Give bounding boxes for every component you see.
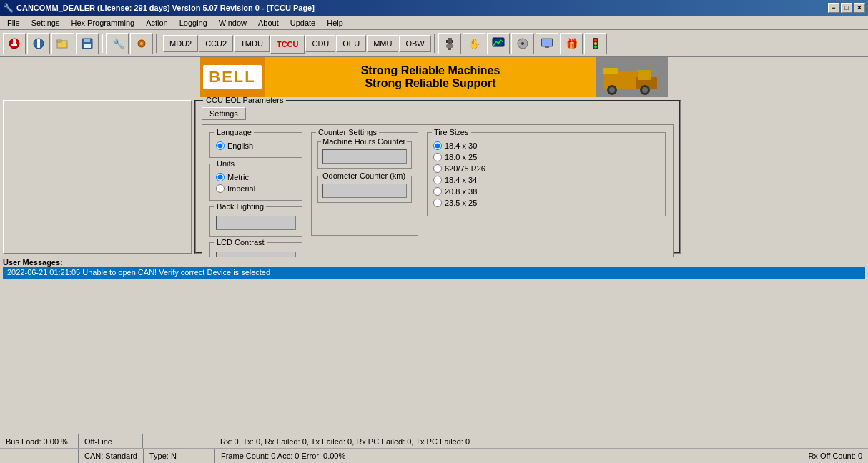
empty-cell-1 — [143, 434, 214, 448]
tire-18-4x34-radio[interactable] — [433, 176, 442, 184]
right-spacer — [684, 100, 865, 254]
tab-oeu[interactable]: OEU — [336, 35, 366, 52]
units-imperial-radio[interactable] — [216, 184, 225, 193]
units-metric-option: Metric — [216, 173, 296, 181]
tab-tccu[interactable]: TCCU — [270, 35, 305, 54]
minimize-button[interactable]: − — [828, 3, 839, 13]
tab-tmdu[interactable]: TMDU — [234, 35, 270, 52]
language-group-label: Language — [214, 128, 254, 136]
tab-cdu[interactable]: CDU — [305, 35, 335, 52]
tire-18-4x30-radio[interactable] — [433, 141, 442, 150]
svg-rect-15 — [448, 48, 451, 50]
svg-text:🎁: 🎁 — [566, 38, 578, 50]
wrench-button[interactable]: 🔧 — [106, 33, 129, 54]
svg-rect-38 — [603, 68, 618, 74]
units-imperial-label: Imperial — [227, 184, 255, 193]
title-bar-left: 🔧 CANCOMM_DEALER (License: 291 days) Ver… — [3, 3, 315, 13]
svg-point-28 — [594, 42, 597, 45]
back-lighting-label: Back Lighting — [214, 202, 266, 211]
ccu-eol-panel: CCU EOL Parameters Settings Language Eng… — [194, 100, 681, 254]
tab-ccu2[interactable]: CCU2 — [199, 35, 233, 52]
tire-20-8x38-radio[interactable] — [433, 187, 442, 196]
plug-icon-btn[interactable] — [438, 33, 461, 54]
disconnect-button[interactable] — [27, 33, 50, 54]
menu-help[interactable]: Help — [321, 17, 349, 29]
tire-20-8x38-label: 20.8 x 38 — [445, 187, 477, 196]
menu-window[interactable]: Window — [213, 17, 252, 29]
menu-about[interactable]: About — [252, 17, 285, 29]
tire-18-4x34-label: 18.4 x 34 — [445, 176, 477, 184]
traffic-icon-btn[interactable] — [584, 33, 607, 54]
svg-rect-24 — [545, 46, 549, 48]
connect-button[interactable] — [3, 33, 26, 54]
svg-rect-9 — [84, 44, 91, 48]
counter-settings-group: Counter Settings Machine Hours Counter O… — [311, 132, 418, 236]
banner-slogan-line2: Strong Reliable Support — [365, 77, 495, 90]
menu-settings[interactable]: Settings — [26, 17, 66, 29]
svg-rect-6 — [57, 40, 61, 42]
language-english-radio[interactable] — [216, 141, 225, 150]
svg-rect-14 — [446, 44, 453, 48]
menu-file[interactable]: File — [1, 17, 26, 29]
hand-icon-btn[interactable]: ✋ — [463, 33, 485, 54]
gift-icon-btn[interactable]: 🎁 — [560, 33, 583, 54]
type-n-cell: Type: N — [144, 449, 215, 463]
maximize-button[interactable]: □ — [841, 3, 852, 13]
tire-23-5x25-radio[interactable] — [433, 199, 442, 207]
rx-tx-cell: Rx: 0, Tx: 0, Rx Failed: 0, Tx Failed: 0… — [214, 434, 868, 448]
svg-rect-16 — [446, 40, 448, 43]
back-lighting-input[interactable] — [216, 216, 296, 230]
disc-icon-btn[interactable] — [511, 33, 534, 54]
odometer-input[interactable] — [322, 184, 407, 198]
machine-hours-label: Machine Hours Counter — [321, 137, 407, 146]
language-english-option: English — [216, 141, 296, 150]
menu-action[interactable]: Action — [140, 17, 174, 29]
left-column: Language English Units Metric — [209, 132, 302, 257]
tab-obw[interactable]: OBW — [399, 35, 430, 52]
bell-brand-text: BELL — [209, 68, 255, 86]
lcd-contrast-input[interactable] — [216, 252, 296, 257]
tire-18-0x25-radio[interactable] — [433, 153, 442, 161]
title-bar: 🔧 CANCOMM_DEALER (License: 291 days) Ver… — [0, 0, 868, 16]
settings-tab-button[interactable]: Settings — [202, 107, 246, 120]
config-button[interactable] — [130, 33, 153, 54]
connection-status-cell: Off-Line — [79, 434, 143, 448]
menu-hex-programming[interactable]: Hex Programming — [65, 17, 140, 29]
title-text: CANCOMM_DEALER (License: 291 days) Versi… — [16, 4, 315, 12]
svg-text:✋: ✋ — [468, 38, 481, 50]
counter-settings-label: Counter Settings — [316, 128, 379, 136]
svg-rect-2 — [11, 44, 17, 46]
bell-banner: BELL Strong Reliable Machines Strong Rel… — [200, 57, 668, 97]
tab-mmu[interactable]: MMU — [367, 35, 398, 52]
open-button[interactable] — [51, 33, 74, 54]
lcd-contrast-label: LCD Contrast — [214, 238, 267, 247]
message-log: 2022-06-21 01:21:05 Unable to open CAN! … — [3, 267, 865, 279]
units-group: Units Metric Imperial — [209, 164, 302, 201]
units-metric-label: Metric — [227, 173, 249, 181]
machine-hours-input[interactable] — [322, 149, 407, 164]
chart-icon-btn[interactable] — [487, 33, 510, 54]
toolbar: 🔧 MDU2 CCU2 TMDU TCCU CDU OEU MMU OBW ✋ … — [0, 30, 868, 57]
banner-slogan: Strong Reliable Machines Strong Reliable… — [265, 57, 596, 97]
menu-logging[interactable]: Logging — [174, 17, 213, 29]
tire-620-75r26-radio[interactable] — [433, 164, 442, 173]
tab-mdu2[interactable]: MDU2 — [163, 35, 198, 52]
banner-slogan-line1: Strong Reliable Machines — [361, 64, 500, 77]
menu-update[interactable]: Update — [285, 17, 321, 29]
rx-off-cell: Rx Off Count: 0 — [802, 449, 868, 463]
monitor-icon-btn[interactable] — [536, 33, 558, 54]
close-button[interactable]: ✕ — [854, 3, 865, 13]
tire-sizes-group: Tire Sizes 18.4 x 30 18.0 x 25 620/75 R2… — [427, 132, 666, 216]
tire-18-4x30-label: 18.4 x 30 — [445, 141, 477, 150]
tire-18-4x34-option: 18.4 x 34 — [433, 176, 659, 184]
status-row2-left — [0, 449, 79, 463]
odometer-label: Odometer Counter (km) — [321, 171, 407, 180]
status-bar: Bus Load: 0.00 % Off-Line Rx: 0, Tx: 0, … — [0, 434, 868, 463]
save-button[interactable] — [76, 33, 99, 54]
toolbar-separator-3 — [434, 34, 435, 53]
units-metric-radio[interactable] — [216, 173, 225, 181]
can-standard-cell: CAN: Standard — [79, 449, 144, 463]
back-lighting-group: Back Lighting — [209, 206, 302, 237]
toolbar-separator-2 — [156, 34, 157, 53]
tire-20-8x38-option: 20.8 x 38 — [433, 187, 659, 196]
